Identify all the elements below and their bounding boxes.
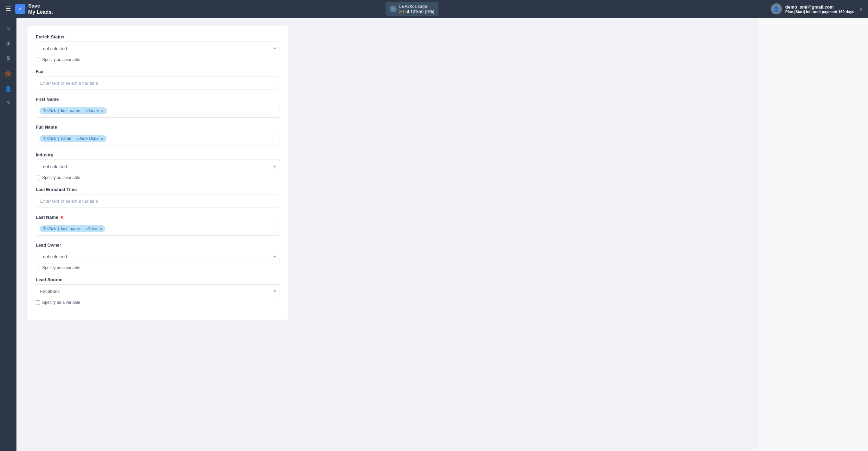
enrich-status-label: Enrich Status [36,34,280,39]
user-avatar: 👤 [771,3,782,14]
info-icon: i [390,5,397,12]
user-info: demo_sml@gmail.com Plan |Start| left unt… [785,4,854,14]
lead-owner-variable-label[interactable]: Specify as a variable [42,265,80,270]
field-first-name: First Name TikTok | first_name: «Jane» × [36,97,280,118]
enrich-status-variable-label[interactable]: Specify as a variable [42,57,80,62]
last-name-label: Last Name ★ [36,215,280,220]
lead-owner-variable-checkbox[interactable] [36,266,40,270]
first-name-label: First Name [36,97,280,102]
main-content: Enrich Status - not selected - ▾ Specify… [16,18,758,451]
logo-container: ✓ Save My Leads. [15,3,53,15]
header-center: i LEADS usage: 34 of 13'850 (0%) [386,2,438,16]
user-email: demo_sml@gmail.com [785,4,854,10]
industry-label: Industry [36,152,280,157]
account-chevron-icon[interactable]: ∨ [859,6,863,12]
last-enriched-time-input[interactable] [36,194,280,208]
lead-source-variable-checkbox[interactable] [36,300,40,305]
enrich-status-variable-row: Specify as a variable [36,57,280,62]
leads-usage-box: i LEADS usage: 34 of 13'850 (0%) [386,2,438,16]
layout: ⌂ ⊞ $ 💼 👤 ? Enrich Status - not selected… [0,18,868,451]
lead-source-select-wrapper: Facebook ▾ [36,284,280,298]
sidebar-item-user[interactable]: 👤 [2,82,14,95]
header-left: ☰ ✓ Save My Leads. [5,3,53,15]
lead-source-variable-label[interactable]: Specify as a variable [42,300,80,305]
sidebar: ⌂ ⊞ $ 💼 👤 ? [0,18,16,451]
full-name-tag-token: TikTok | name: «Jane Doe» × [39,135,107,142]
header-right: 👤 demo_sml@gmail.com Plan |Start| left u… [771,3,863,14]
lead-owner-select[interactable]: - not selected - [36,250,280,263]
sidebar-item-home[interactable]: ⌂ [2,22,14,34]
first-name-tag-field[interactable]: TikTok | first_name: «Jane» × [36,104,280,118]
logo-icon: ✓ [15,4,25,14]
industry-variable-label[interactable]: Specify as a variable [42,175,80,180]
fax-label: Fax [36,69,280,74]
sidebar-item-grid[interactable]: ⊞ [2,37,14,49]
industry-select-wrapper: - not selected - ▾ [36,159,280,173]
last-name-tag-close[interactable]: × [99,227,102,231]
industry-select[interactable]: - not selected - [36,159,280,173]
full-name-tag-field[interactable]: TikTok | name: «Jane Doe» × [36,132,280,145]
leads-usage-text: LEADS usage: 34 of 13'850 (0%) [399,4,434,14]
field-enrich-status: Enrich Status - not selected - ▾ Specify… [36,34,280,62]
last-enriched-time-label: Last Enriched Time [36,187,280,192]
full-name-tag-close[interactable]: × [101,137,104,141]
industry-variable-checkbox[interactable] [36,176,40,180]
field-industry: Industry - not selected - ▾ Specify as a… [36,152,280,180]
field-fax: Fax [36,69,280,90]
lead-owner-select-wrapper: - not selected - ▾ [36,250,280,263]
fax-input[interactable] [36,76,280,90]
hamburger-icon[interactable]: ☰ [5,5,11,13]
field-lead-source: Lead Source Facebook ▾ Specify as a vari… [36,277,280,305]
field-lead-owner: Lead Owner - not selected - ▾ Specify as… [36,242,280,270]
lead-source-select[interactable]: Facebook [36,284,280,298]
lead-source-variable-row: Specify as a variable [36,300,280,305]
lead-owner-variable-row: Specify as a variable [36,265,280,270]
last-name-tag-field[interactable]: TikTok | last_name: «Doe» × [36,222,280,236]
field-last-enriched-time: Last Enriched Time [36,187,280,208]
first-name-tag-token: TikTok | first_name: «Jane» × [39,107,107,114]
last-name-required-star: ★ [60,215,64,220]
lead-owner-label: Lead Owner [36,242,280,248]
top-header: ☰ ✓ Save My Leads. i LEADS usage: 34 of … [0,0,868,18]
first-name-tag-close[interactable]: × [101,109,104,113]
industry-variable-row: Specify as a variable [36,175,280,180]
enrich-status-select-wrapper: - not selected - ▾ [36,41,280,55]
enrich-status-variable-checkbox[interactable] [36,58,40,62]
content-panel: Enrich Status - not selected - ▾ Specify… [27,26,288,320]
last-name-tag-token: TikTok | last_name: «Doe» × [39,225,105,232]
sidebar-item-dollar[interactable]: $ [2,52,14,64]
field-full-name: Full Name TikTok | name: «Jane Doe» × [36,124,280,145]
right-panel [758,18,868,451]
sidebar-item-help[interactable]: ? [2,97,14,110]
full-name-label: Full Name [36,124,280,130]
field-last-name: Last Name ★ TikTok | last_name: «Doe» × [36,215,280,236]
user-plan: Plan |Start| left until payment 169 days [785,10,854,14]
enrich-status-select[interactable]: - not selected - [36,41,280,55]
sidebar-item-briefcase[interactable]: 💼 [2,67,14,80]
logo-text: Save My Leads. [28,3,53,15]
lead-source-label: Lead Source [36,277,280,282]
